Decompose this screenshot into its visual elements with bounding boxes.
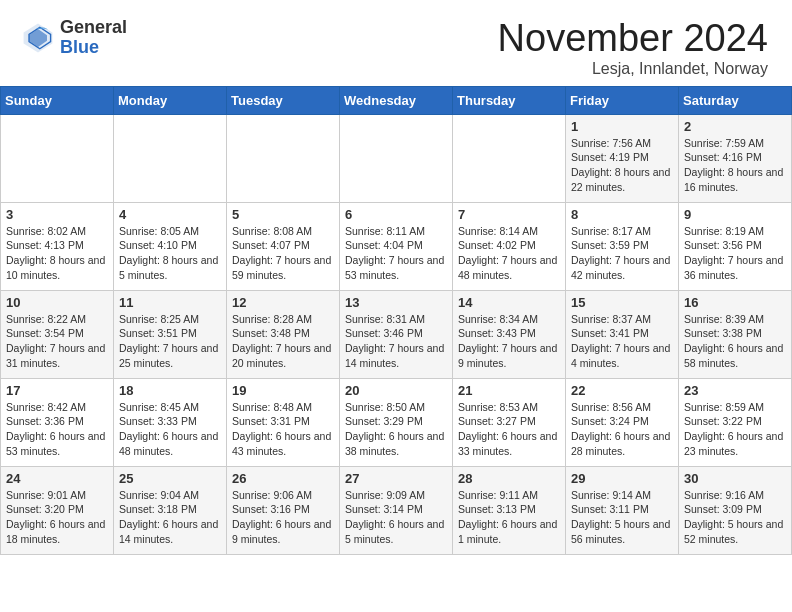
day-info: Sunrise: 9:09 AM Sunset: 3:14 PM Dayligh… [345, 488, 447, 547]
calendar-cell: 22Sunrise: 8:56 AM Sunset: 3:24 PM Dayli… [566, 378, 679, 466]
logo-icon [20, 20, 56, 56]
day-info: Sunrise: 7:56 AM Sunset: 4:19 PM Dayligh… [571, 136, 673, 195]
day-number: 10 [6, 295, 108, 310]
day-number: 14 [458, 295, 560, 310]
calendar-week-row: 1Sunrise: 7:56 AM Sunset: 4:19 PM Daylig… [1, 114, 792, 202]
day-info: Sunrise: 8:28 AM Sunset: 3:48 PM Dayligh… [232, 312, 334, 371]
day-number: 29 [571, 471, 673, 486]
col-monday: Monday [114, 86, 227, 114]
day-info: Sunrise: 8:05 AM Sunset: 4:10 PM Dayligh… [119, 224, 221, 283]
day-info: Sunrise: 8:59 AM Sunset: 3:22 PM Dayligh… [684, 400, 786, 459]
calendar-cell [227, 114, 340, 202]
day-number: 17 [6, 383, 108, 398]
calendar-cell: 6Sunrise: 8:11 AM Sunset: 4:04 PM Daylig… [340, 202, 453, 290]
calendar-cell: 9Sunrise: 8:19 AM Sunset: 3:56 PM Daylig… [679, 202, 792, 290]
day-info: Sunrise: 8:14 AM Sunset: 4:02 PM Dayligh… [458, 224, 560, 283]
col-tuesday: Tuesday [227, 86, 340, 114]
calendar-cell [453, 114, 566, 202]
calendar-cell: 4Sunrise: 8:05 AM Sunset: 4:10 PM Daylig… [114, 202, 227, 290]
day-number: 21 [458, 383, 560, 398]
day-info: Sunrise: 8:50 AM Sunset: 3:29 PM Dayligh… [345, 400, 447, 459]
calendar-week-row: 24Sunrise: 9:01 AM Sunset: 3:20 PM Dayli… [1, 466, 792, 554]
logo-general: General [60, 18, 127, 38]
col-saturday: Saturday [679, 86, 792, 114]
day-info: Sunrise: 8:39 AM Sunset: 3:38 PM Dayligh… [684, 312, 786, 371]
day-number: 8 [571, 207, 673, 222]
day-info: Sunrise: 9:14 AM Sunset: 3:11 PM Dayligh… [571, 488, 673, 547]
day-number: 20 [345, 383, 447, 398]
day-info: Sunrise: 8:22 AM Sunset: 3:54 PM Dayligh… [6, 312, 108, 371]
day-info: Sunrise: 9:16 AM Sunset: 3:09 PM Dayligh… [684, 488, 786, 547]
day-number: 9 [684, 207, 786, 222]
calendar-table: Sunday Monday Tuesday Wednesday Thursday… [0, 86, 792, 555]
day-info: Sunrise: 9:01 AM Sunset: 3:20 PM Dayligh… [6, 488, 108, 547]
calendar-week-row: 17Sunrise: 8:42 AM Sunset: 3:36 PM Dayli… [1, 378, 792, 466]
calendar-cell [340, 114, 453, 202]
day-number: 4 [119, 207, 221, 222]
calendar-cell: 21Sunrise: 8:53 AM Sunset: 3:27 PM Dayli… [453, 378, 566, 466]
calendar-week-row: 3Sunrise: 8:02 AM Sunset: 4:13 PM Daylig… [1, 202, 792, 290]
col-sunday: Sunday [1, 86, 114, 114]
day-info: Sunrise: 9:04 AM Sunset: 3:18 PM Dayligh… [119, 488, 221, 547]
day-info: Sunrise: 9:06 AM Sunset: 3:16 PM Dayligh… [232, 488, 334, 547]
day-number: 2 [684, 119, 786, 134]
day-number: 11 [119, 295, 221, 310]
calendar-cell: 16Sunrise: 8:39 AM Sunset: 3:38 PM Dayli… [679, 290, 792, 378]
calendar-cell: 29Sunrise: 9:14 AM Sunset: 3:11 PM Dayli… [566, 466, 679, 554]
day-info: Sunrise: 8:37 AM Sunset: 3:41 PM Dayligh… [571, 312, 673, 371]
calendar-cell: 2Sunrise: 7:59 AM Sunset: 4:16 PM Daylig… [679, 114, 792, 202]
calendar-cell: 7Sunrise: 8:14 AM Sunset: 4:02 PM Daylig… [453, 202, 566, 290]
day-number: 1 [571, 119, 673, 134]
day-info: Sunrise: 8:19 AM Sunset: 3:56 PM Dayligh… [684, 224, 786, 283]
calendar-cell [114, 114, 227, 202]
calendar-cell: 3Sunrise: 8:02 AM Sunset: 4:13 PM Daylig… [1, 202, 114, 290]
day-number: 23 [684, 383, 786, 398]
month-title: November 2024 [498, 18, 768, 60]
calendar-cell: 28Sunrise: 9:11 AM Sunset: 3:13 PM Dayli… [453, 466, 566, 554]
calendar-header-row: Sunday Monday Tuesday Wednesday Thursday… [1, 86, 792, 114]
calendar-cell: 1Sunrise: 7:56 AM Sunset: 4:19 PM Daylig… [566, 114, 679, 202]
calendar-cell: 13Sunrise: 8:31 AM Sunset: 3:46 PM Dayli… [340, 290, 453, 378]
calendar-cell: 26Sunrise: 9:06 AM Sunset: 3:16 PM Dayli… [227, 466, 340, 554]
day-number: 15 [571, 295, 673, 310]
col-wednesday: Wednesday [340, 86, 453, 114]
day-info: Sunrise: 8:42 AM Sunset: 3:36 PM Dayligh… [6, 400, 108, 459]
calendar-cell: 24Sunrise: 9:01 AM Sunset: 3:20 PM Dayli… [1, 466, 114, 554]
calendar-cell: 8Sunrise: 8:17 AM Sunset: 3:59 PM Daylig… [566, 202, 679, 290]
calendar-cell: 27Sunrise: 9:09 AM Sunset: 3:14 PM Dayli… [340, 466, 453, 554]
location-title: Lesja, Innlandet, Norway [498, 60, 768, 78]
day-info: Sunrise: 8:11 AM Sunset: 4:04 PM Dayligh… [345, 224, 447, 283]
logo-text: General Blue [60, 18, 127, 58]
day-info: Sunrise: 8:34 AM Sunset: 3:43 PM Dayligh… [458, 312, 560, 371]
day-number: 25 [119, 471, 221, 486]
calendar-cell: 14Sunrise: 8:34 AM Sunset: 3:43 PM Dayli… [453, 290, 566, 378]
day-number: 16 [684, 295, 786, 310]
day-info: Sunrise: 7:59 AM Sunset: 4:16 PM Dayligh… [684, 136, 786, 195]
page-header: General Blue November 2024 Lesja, Innlan… [0, 0, 792, 86]
day-number: 26 [232, 471, 334, 486]
calendar-cell: 5Sunrise: 8:08 AM Sunset: 4:07 PM Daylig… [227, 202, 340, 290]
day-number: 3 [6, 207, 108, 222]
day-info: Sunrise: 8:31 AM Sunset: 3:46 PM Dayligh… [345, 312, 447, 371]
day-number: 30 [684, 471, 786, 486]
day-info: Sunrise: 8:48 AM Sunset: 3:31 PM Dayligh… [232, 400, 334, 459]
day-info: Sunrise: 8:08 AM Sunset: 4:07 PM Dayligh… [232, 224, 334, 283]
calendar-cell: 10Sunrise: 8:22 AM Sunset: 3:54 PM Dayli… [1, 290, 114, 378]
day-number: 27 [345, 471, 447, 486]
day-number: 22 [571, 383, 673, 398]
calendar-cell: 19Sunrise: 8:48 AM Sunset: 3:31 PM Dayli… [227, 378, 340, 466]
day-number: 19 [232, 383, 334, 398]
day-number: 18 [119, 383, 221, 398]
calendar-cell: 18Sunrise: 8:45 AM Sunset: 3:33 PM Dayli… [114, 378, 227, 466]
col-thursday: Thursday [453, 86, 566, 114]
calendar-cell: 30Sunrise: 9:16 AM Sunset: 3:09 PM Dayli… [679, 466, 792, 554]
day-info: Sunrise: 8:45 AM Sunset: 3:33 PM Dayligh… [119, 400, 221, 459]
day-info: Sunrise: 8:25 AM Sunset: 3:51 PM Dayligh… [119, 312, 221, 371]
day-number: 6 [345, 207, 447, 222]
title-block: November 2024 Lesja, Innlandet, Norway [498, 18, 768, 78]
calendar-cell: 12Sunrise: 8:28 AM Sunset: 3:48 PM Dayli… [227, 290, 340, 378]
day-number: 13 [345, 295, 447, 310]
day-info: Sunrise: 9:11 AM Sunset: 3:13 PM Dayligh… [458, 488, 560, 547]
day-info: Sunrise: 8:56 AM Sunset: 3:24 PM Dayligh… [571, 400, 673, 459]
logo: General Blue [20, 18, 127, 58]
